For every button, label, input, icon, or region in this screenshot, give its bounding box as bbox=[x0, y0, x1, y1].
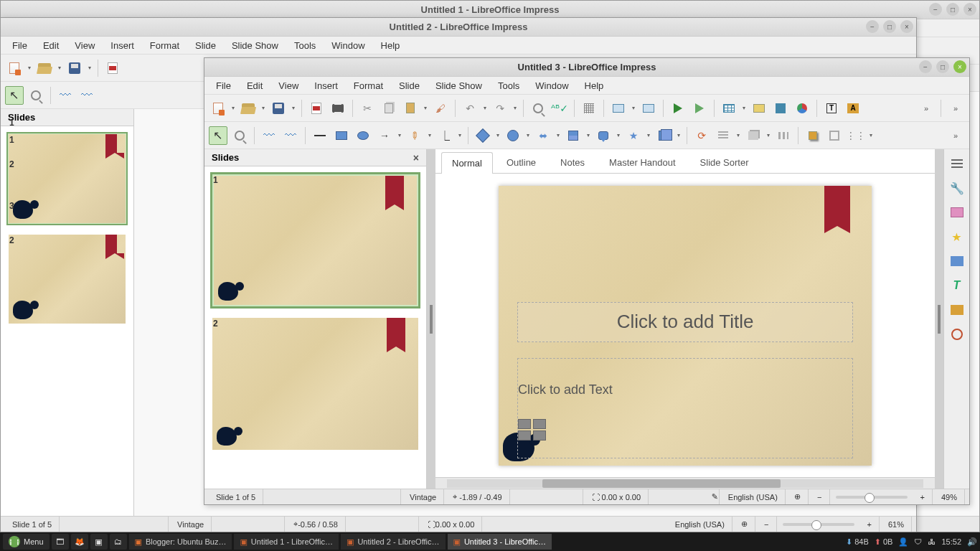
ellipse-tool[interactable] bbox=[354, 126, 372, 145]
callout-tool[interactable] bbox=[594, 126, 613, 145]
zoom-fit-button[interactable]: ⊕ bbox=[734, 517, 755, 532]
navigator-deck-icon[interactable] bbox=[948, 326, 966, 343]
task-untitled-3[interactable]: ▣Untitled 3 - LibreOffic… bbox=[448, 534, 552, 550]
zoom-slider[interactable] bbox=[836, 496, 908, 499]
titlebar[interactable]: Untitled 3 - LibreOffice Impress − □ × bbox=[204, 58, 969, 77]
horizontal-scrollbar[interactable] bbox=[435, 477, 935, 489]
open-button[interactable] bbox=[35, 59, 54, 77]
master-slides-deck-icon[interactable] bbox=[948, 253, 966, 270]
menu-edit[interactable]: Edit bbox=[36, 38, 66, 53]
spellcheck-button[interactable]: ᴬᴮ✓ bbox=[550, 99, 569, 118]
maximize-button[interactable]: □ bbox=[946, 3, 959, 16]
content-insert-icons[interactable] bbox=[518, 419, 547, 441]
master-slide-button[interactable] bbox=[639, 99, 658, 118]
styles-deck-icon[interactable]: T bbox=[948, 277, 966, 294]
curve-tool[interactable]: 〰 bbox=[77, 86, 96, 105]
menu-slide[interactable]: Slide bbox=[188, 38, 223, 53]
tab-normal[interactable]: Normal bbox=[441, 152, 493, 174]
start-current-button[interactable] bbox=[690, 99, 709, 118]
pdf-button[interactable] bbox=[103, 59, 122, 77]
cut-button[interactable]: ✂ bbox=[358, 99, 377, 118]
tab-notes[interactable]: Notes bbox=[550, 151, 595, 173]
paste-button[interactable] bbox=[401, 99, 420, 118]
insert-table-button[interactable] bbox=[720, 99, 738, 118]
network-down-indicator[interactable]: ⬇84B bbox=[846, 537, 869, 547]
gallery-deck-icon[interactable] bbox=[948, 301, 966, 319]
menu-window[interactable]: Window bbox=[528, 78, 575, 93]
zoom-out-button[interactable]: − bbox=[757, 517, 776, 532]
slide-thumb-2[interactable]: 2 bbox=[210, 316, 420, 452]
fontwork-button[interactable]: A bbox=[844, 99, 862, 118]
close-button[interactable]: × bbox=[953, 60, 966, 73]
titlebar[interactable]: Untitled 2 - LibreOffice Impress − □ × bbox=[1, 18, 916, 37]
textbox-button[interactable]: T bbox=[822, 99, 841, 118]
drawing-toolbar-overflow-icon[interactable]: » bbox=[946, 126, 965, 145]
sidebar-splitter[interactable] bbox=[935, 149, 943, 489]
shadow-tool[interactable] bbox=[804, 126, 822, 145]
zoom-in-button[interactable]: + bbox=[860, 517, 880, 532]
status-signature-icon[interactable]: ✎ bbox=[705, 489, 720, 504]
symbol-shapes-tool[interactable] bbox=[504, 126, 522, 145]
display-views-button[interactable] bbox=[609, 99, 628, 118]
firefox-launcher[interactable]: 🦊 bbox=[71, 534, 88, 550]
start-menu-button[interactable]: ⋮⋮Menu bbox=[3, 534, 50, 550]
slide-editor[interactable]: Click to add Title Click to add Text bbox=[435, 174, 935, 477]
slide-canvas[interactable]: Click to add Title Click to add Text bbox=[499, 186, 872, 466]
insert-image-button[interactable] bbox=[750, 99, 768, 118]
clone-format-button[interactable]: 🖌 bbox=[431, 99, 450, 118]
menu-insert[interactable]: Insert bbox=[103, 38, 141, 53]
curve-tool[interactable]: 〰 bbox=[281, 126, 300, 145]
filter-tool[interactable]: ⋮⋮ bbox=[847, 126, 865, 145]
distribute-tool[interactable] bbox=[774, 126, 793, 145]
minimize-button[interactable]: − bbox=[929, 3, 942, 16]
status-lang[interactable]: English (USA) bbox=[668, 517, 732, 532]
display-grid-button[interactable] bbox=[580, 99, 598, 118]
flowchart-tool[interactable] bbox=[564, 126, 583, 145]
tab-outline[interactable]: Outline bbox=[496, 151, 547, 173]
menu-format[interactable]: Format bbox=[347, 78, 390, 93]
properties-deck-icon[interactable]: 🔧 bbox=[948, 179, 966, 197]
3d-tool[interactable] bbox=[654, 126, 673, 145]
save-button[interactable] bbox=[269, 99, 288, 118]
redo-button[interactable]: ↷ bbox=[491, 99, 509, 118]
sidebar-settings-icon[interactable] bbox=[948, 155, 966, 172]
menu-tools[interactable]: Tools bbox=[287, 38, 323, 53]
files-launcher[interactable]: 🗂 bbox=[110, 534, 127, 550]
content-placeholder[interactable]: Click to add Text bbox=[517, 358, 853, 458]
tab-slide-sorter[interactable]: Slide Sorter bbox=[689, 151, 760, 173]
copy-button[interactable] bbox=[380, 99, 398, 118]
task-blogger[interactable]: ▣Blogger: Ubuntu Buz… bbox=[129, 534, 232, 550]
insert-av-button[interactable] bbox=[771, 99, 790, 118]
open-button[interactable] bbox=[239, 99, 258, 118]
crop-tool[interactable] bbox=[825, 126, 844, 145]
curve-fill-tool[interactable]: 〰 bbox=[260, 126, 278, 145]
menu-file[interactable]: File bbox=[5, 38, 34, 53]
status-lang[interactable]: English (USA) bbox=[721, 489, 786, 504]
block-arrows-tool[interactable]: ⬌ bbox=[534, 126, 552, 145]
undo-button[interactable]: ↶ bbox=[461, 99, 479, 118]
panel-splitter[interactable] bbox=[427, 149, 435, 489]
clock[interactable]: 15:52 bbox=[941, 537, 961, 546]
zoom-tool[interactable] bbox=[27, 86, 45, 105]
slide-thumb-2[interactable]: 2 bbox=[6, 232, 128, 326]
save-button[interactable] bbox=[65, 59, 84, 77]
menu-slide[interactable]: Slide bbox=[392, 78, 427, 93]
terminal-launcher[interactable]: ▣ bbox=[90, 534, 108, 550]
rectangle-tool[interactable] bbox=[332, 126, 351, 145]
zoom-slider[interactable] bbox=[783, 523, 854, 526]
network-icon[interactable]: 🖧 bbox=[928, 537, 936, 546]
menu-slideshow[interactable]: Slide Show bbox=[428, 78, 489, 93]
status-zoom[interactable]: 49% bbox=[934, 489, 965, 504]
menu-help[interactable]: Help bbox=[578, 78, 611, 93]
close-button[interactable]: × bbox=[963, 3, 976, 16]
maximize-button[interactable]: □ bbox=[936, 60, 949, 73]
menu-help[interactable]: Help bbox=[374, 38, 407, 53]
new-button[interactable] bbox=[209, 99, 227, 118]
start-first-button[interactable] bbox=[669, 99, 687, 118]
export-pdf-button[interactable] bbox=[307, 99, 326, 118]
menu-window[interactable]: Window bbox=[324, 38, 372, 53]
curve-fill-tool[interactable]: 〰 bbox=[56, 86, 75, 105]
new-button[interactable] bbox=[5, 59, 24, 77]
close-doc-icon[interactable]: » bbox=[946, 99, 965, 118]
maximize-button[interactable]: □ bbox=[883, 20, 896, 33]
